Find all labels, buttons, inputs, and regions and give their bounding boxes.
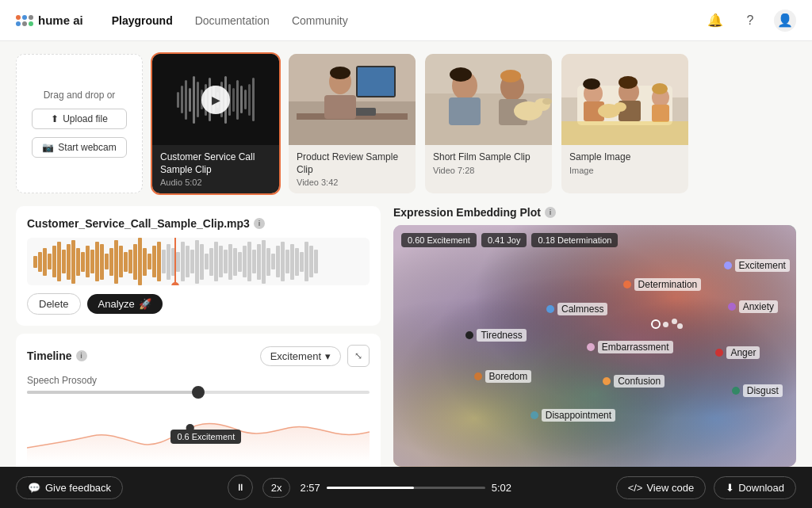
plot-small-dot-3 bbox=[677, 323, 683, 329]
file-name-title: Customer_Service_Call_Sample_Clip.mp3 i bbox=[27, 217, 370, 230]
speech-prosody-label: Speech Prosody bbox=[27, 375, 370, 386]
embed-header: 0.60 Excitement 0.41 Joy 0.18 Determinat… bbox=[401, 233, 618, 247]
timeline-section: Timeline i Excitement ▾ ⤡ Speech Prosody bbox=[16, 334, 381, 467]
upload-card: Drag and drop or ⬆ Upload file 📷 Start w… bbox=[16, 54, 143, 193]
help-icon[interactable]: ? bbox=[739, 10, 761, 32]
emotion-confusion: Confusion bbox=[603, 375, 665, 388]
notification-icon[interactable]: 🔔 bbox=[704, 10, 726, 32]
embarrassment-label: Embarrassment bbox=[598, 341, 673, 353]
view-code-button[interactable]: </> View code bbox=[616, 476, 707, 499]
clip-title: Short Film Sample Clip bbox=[433, 151, 544, 164]
emotion-disgust: Disgust bbox=[732, 384, 783, 397]
user-icon[interactable]: 👤 bbox=[774, 10, 796, 32]
excitement-tooltip: 0.6 Excitement bbox=[170, 430, 241, 444]
emotion-calmness: Calmness bbox=[546, 303, 607, 315]
bottom-bar: 💬 Give feedback ⏸ 2x 2:57 5:02 </> View … bbox=[0, 467, 812, 508]
determination-label: Determination bbox=[634, 278, 702, 291]
disappointment-dot bbox=[530, 411, 538, 419]
clip-card-short-film[interactable]: Short Film Sample Clip Video 7:28 bbox=[425, 54, 552, 193]
emotion-dropdown[interactable]: Excitement ▾ bbox=[260, 346, 341, 366]
waveform-actions: Delete Analyze 🚀 bbox=[27, 293, 370, 315]
start-webcam-button[interactable]: 📷 Start webcam bbox=[32, 137, 127, 158]
code-icon: </> bbox=[628, 482, 643, 494]
tag-determination: 0.18 Determination bbox=[531, 233, 618, 247]
play-button[interactable]: ▶ bbox=[201, 86, 230, 114]
emotion-tiredness: Tiredness bbox=[465, 329, 526, 342]
clip-thumbnail-svg bbox=[561, 54, 688, 145]
clip-card-sample-image[interactable]: Sample Image Image bbox=[561, 54, 688, 193]
expression-embedding-plot: 0.60 Excitement 0.41 Joy 0.18 Determinat… bbox=[393, 225, 796, 467]
feedback-icon: 💬 bbox=[28, 482, 40, 494]
nav-documentation[interactable]: Documentation bbox=[195, 14, 270, 27]
disappointment-label: Disappointment bbox=[542, 409, 615, 422]
delete-button[interactable]: Delete bbox=[27, 293, 81, 315]
svg-rect-5 bbox=[358, 67, 394, 96]
boredom-dot bbox=[474, 372, 482, 380]
logo: hume ai bbox=[16, 13, 83, 27]
current-time: 2:57 bbox=[300, 482, 320, 494]
clip-waveform-display: ▶ bbox=[152, 54, 279, 145]
anxiety-dot bbox=[728, 303, 736, 311]
logo-dot bbox=[22, 21, 27, 26]
emotion-anger: Anger bbox=[715, 346, 760, 359]
clip-thumbnail bbox=[289, 54, 416, 145]
clip-meta: Audio 5:02 bbox=[160, 178, 271, 187]
logo-icon bbox=[16, 15, 33, 26]
chevron-down-icon: ▾ bbox=[325, 350, 331, 362]
emotion-disappointment: Disappointment bbox=[530, 409, 615, 422]
clip-card-product-review[interactable]: Product Review Sample Clip Video 3:42 bbox=[289, 54, 416, 193]
clip-info: Customer Service Call Sample Clip Audio … bbox=[152, 145, 279, 193]
time-display: 2:57 5:02 bbox=[300, 482, 511, 494]
progress-fill bbox=[327, 487, 414, 489]
tag-excitement: 0.60 Excitement bbox=[401, 233, 477, 247]
svg-point-15 bbox=[500, 70, 521, 82]
svg-point-12 bbox=[450, 67, 472, 82]
calmness-label: Calmness bbox=[557, 303, 607, 315]
pause-icon: ⏸ bbox=[236, 482, 245, 493]
clip-title: Customer Service Call Sample Clip bbox=[160, 151, 271, 176]
waveform-section: Customer_Service_Call_Sample_Clip.mp3 i … bbox=[16, 206, 381, 326]
give-feedback-button[interactable]: 💬 Give feedback bbox=[16, 476, 123, 499]
progress-bar[interactable] bbox=[327, 487, 485, 489]
nav-playground[interactable]: Playground bbox=[112, 14, 173, 27]
expression-plot-title: Expression Embedding Plot i bbox=[393, 206, 796, 219]
right-panel: Expression Embedding Plot i bbox=[393, 206, 796, 467]
nav-community[interactable]: Community bbox=[292, 14, 348, 27]
analyze-button[interactable]: Analyze 🚀 bbox=[87, 294, 163, 314]
disgust-dot bbox=[732, 387, 740, 395]
timeline-thumb[interactable] bbox=[192, 386, 205, 399]
boredom-label: Boredom bbox=[485, 370, 532, 383]
header: hume ai Playground Documentation Communi… bbox=[0, 0, 812, 41]
playhead-dot bbox=[171, 282, 179, 285]
timeline-header: Timeline i Excitement ▾ ⤡ bbox=[27, 345, 370, 367]
tag-joy: 0.41 Joy bbox=[481, 233, 527, 247]
clip-title: Product Review Sample Clip bbox=[297, 151, 408, 176]
playhead[interactable] bbox=[174, 238, 176, 285]
clip-card-customer-service[interactable]: ▶ Customer Service Call Sample Clip Audi… bbox=[152, 54, 279, 193]
player-controls: ⏸ 2x 2:57 5:02 bbox=[228, 475, 511, 500]
timeline-scrubber[interactable] bbox=[27, 391, 370, 394]
logo-dot bbox=[22, 15, 27, 20]
excitement-label: Excitement bbox=[735, 259, 790, 272]
confusion-dot bbox=[603, 377, 611, 385]
clip-thumbnail bbox=[425, 54, 552, 145]
svg-rect-13 bbox=[449, 97, 481, 125]
tiredness-label: Tiredness bbox=[477, 329, 526, 342]
svg-point-33 bbox=[614, 102, 626, 112]
clip-info: Short Film Sample Clip Video 7:28 bbox=[425, 145, 552, 181]
pause-button[interactable]: ⏸ bbox=[228, 475, 253, 500]
upload-file-button[interactable]: ⬆ Upload file bbox=[32, 109, 127, 129]
emotion-excitement: Excitement bbox=[724, 259, 790, 272]
svg-point-19 bbox=[542, 98, 552, 105]
expand-button[interactable]: ⤡ bbox=[347, 345, 370, 367]
clips-row: Drag and drop or ⬆ Upload file 📷 Start w… bbox=[16, 54, 796, 193]
emotion-determination: Determination bbox=[623, 278, 702, 291]
speed-button[interactable]: 2x bbox=[262, 478, 291, 498]
clip-thumbnail-svg bbox=[425, 54, 552, 145]
timeline-title: Timeline i bbox=[27, 349, 87, 362]
logo-dot bbox=[29, 21, 33, 26]
download-button[interactable]: ⬇ Download bbox=[714, 476, 796, 499]
expression-info-icon: i bbox=[545, 207, 556, 218]
webcam-icon: 📷 bbox=[42, 142, 54, 153]
waveform-display[interactable]: (function(){ var heights = [15,25,35,20,… bbox=[27, 238, 370, 285]
